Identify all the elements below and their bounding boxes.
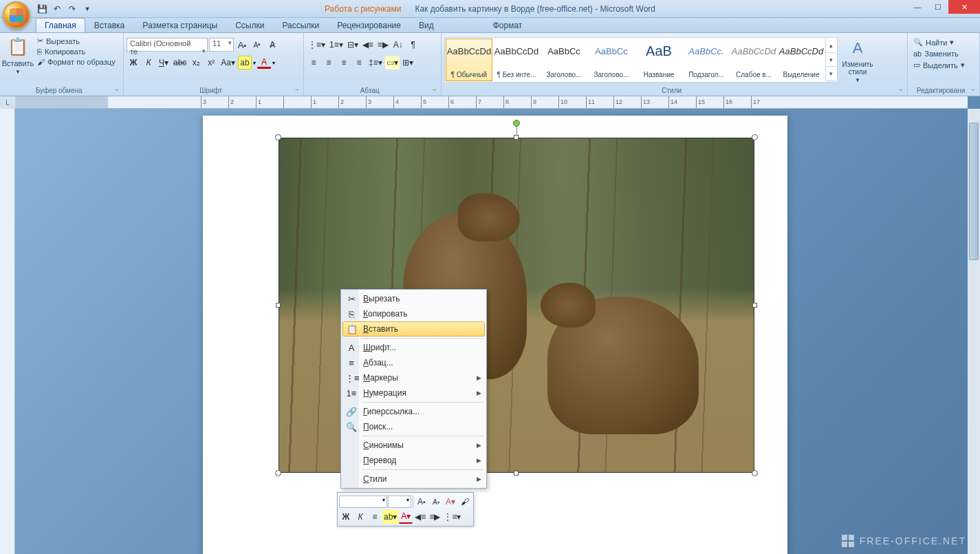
resize-handle-n[interactable] [514, 135, 519, 140]
clear-formatting-button[interactable]: A̷ [265, 38, 279, 52]
select-button[interactable]: ▭Выделить▾ [911, 60, 968, 70]
maximize-button[interactable]: ☐ [928, 0, 948, 14]
align-center-button[interactable]: ≡ [322, 56, 336, 70]
style-nav-btn[interactable]: ▾ [826, 53, 836, 67]
office-button[interactable] [3, 1, 30, 29]
ctx-item-12[interactable]: Синонимы▶ [342, 438, 485, 453]
tab-review[interactable]: Рецензирование [328, 18, 410, 32]
tab-insert[interactable]: Вставка [85, 18, 134, 32]
document-page[interactable] [203, 116, 787, 554]
mini-highlight[interactable]: ab▾ [382, 510, 398, 524]
find-button[interactable]: 🔍Найти▾ [911, 37, 968, 47]
font-name-combo[interactable]: Calibri (Основной те [127, 38, 208, 52]
ctx-item-15[interactable]: Стили▶ [342, 471, 485, 487]
mini-bullets[interactable]: ⋮≡▾ [442, 510, 462, 524]
style-item-2[interactable]: AaBbCcЗаголово... [541, 39, 587, 81]
line-spacing-button[interactable]: ‡≡▾ [367, 56, 384, 70]
change-styles-button[interactable]: A Изменить стили ▼ [839, 36, 876, 85]
ctx-item-1[interactable]: ⎘Копировать [342, 306, 485, 321]
justify-button[interactable]: ≡ [352, 56, 366, 70]
ctx-item-13[interactable]: Перевод▶ [342, 453, 485, 468]
minimize-button[interactable]: — [907, 0, 928, 14]
font-color-button[interactable]: A [257, 57, 271, 69]
close-button[interactable]: ✕ [948, 0, 980, 14]
subscript-button[interactable]: x₂ [189, 56, 203, 70]
resize-handle-se[interactable] [752, 470, 758, 476]
copy-button[interactable]: ⎘Копировать [34, 47, 118, 56]
paste-button[interactable]: 📋 Вставить ▼ [3, 34, 33, 76]
qat-dropdown-icon[interactable]: ▼ [81, 3, 94, 15]
italic-button[interactable]: К [142, 56, 155, 70]
replace-button[interactable]: abЗаменить [911, 49, 968, 58]
ctx-item-5[interactable]: ≡Абзац... [342, 355, 485, 370]
mini-decrease-indent[interactable]: ◀≡ [413, 510, 427, 524]
style-item-1[interactable]: AaBbCcDd¶ Без инте... [493, 39, 540, 81]
mini-grow-font[interactable]: A▴ [415, 495, 428, 509]
ctx-item-4[interactable]: AШрифт... [342, 340, 485, 355]
ctx-item-9[interactable]: 🔗Гиперссылка... [342, 404, 485, 419]
align-left-button[interactable]: ≡ [307, 56, 320, 70]
align-right-button[interactable]: ≡ [337, 56, 351, 70]
highlight-button[interactable]: ab [238, 56, 252, 70]
grow-font-button[interactable]: A▴ [235, 38, 249, 52]
style-item-4[interactable]: AaBНазвание [635, 39, 682, 81]
mini-font-color[interactable]: A▾ [399, 510, 413, 524]
decrease-indent-button[interactable]: ◀≡ [361, 38, 375, 52]
borders-button[interactable]: ⊞▾ [401, 56, 415, 70]
redo-icon[interactable]: ↷ [66, 3, 78, 15]
style-nav-btn[interactable]: ▾ [826, 67, 836, 81]
shading-button[interactable]: ▭▾ [385, 56, 400, 70]
tab-page-layout[interactable]: Разметка страницы [133, 18, 226, 32]
underline-button[interactable]: Ч▾ [157, 56, 171, 70]
undo-icon[interactable]: ↶ [51, 3, 63, 15]
mini-shrink-font[interactable]: A▾ [429, 495, 443, 509]
resize-handle-nw[interactable] [275, 134, 281, 140]
show-marks-button[interactable]: ¶ [406, 38, 420, 52]
resize-handle-e[interactable] [752, 303, 757, 308]
tab-mailings[interactable]: Рассылки [273, 18, 328, 32]
resize-handle-s[interactable] [514, 471, 519, 476]
rotate-handle[interactable] [513, 120, 520, 127]
tab-format[interactable]: Формат [484, 18, 532, 32]
horizontal-ruler[interactable]: 3211234567891011121314151617 [15, 96, 968, 109]
change-case-button[interactable]: Aa▾ [219, 56, 237, 70]
sort-button[interactable]: A↓ [391, 38, 405, 52]
mini-increase-indent[interactable]: ≡▶ [428, 510, 442, 524]
ctx-item-0[interactable]: ✂Вырезать [342, 291, 485, 306]
resize-handle-sw[interactable] [275, 470, 281, 476]
format-painter-button[interactable]: 🖌Формат по образцу [34, 57, 118, 67]
mini-font-combo[interactable] [339, 496, 387, 508]
vertical-scrollbar[interactable] [968, 109, 980, 554]
increase-indent-button[interactable]: ≡▶ [376, 38, 390, 52]
mini-size-combo[interactable] [388, 496, 411, 508]
style-item-6[interactable]: AaBbCcDdСлабое в... [730, 39, 777, 81]
numbering-button[interactable]: 1≡▾ [328, 38, 345, 52]
resize-handle-w[interactable] [276, 303, 281, 308]
mini-italic[interactable]: К [353, 510, 367, 524]
style-item-7[interactable]: AaBbCcDdВыделение [778, 39, 825, 81]
tab-home[interactable]: Главная [36, 18, 85, 32]
style-item-0[interactable]: AaBbCcDd¶ Обычный [446, 39, 492, 81]
ctx-item-6[interactable]: ⋮≡Маркеры▶ [342, 370, 485, 385]
mini-center[interactable]: ≡ [368, 510, 382, 524]
bullets-button[interactable]: ⋮≡▾ [307, 38, 327, 52]
tab-references[interactable]: Ссылки [226, 18, 273, 32]
vertical-ruler[interactable] [0, 109, 15, 554]
strikethrough-button[interactable]: abc [172, 56, 188, 70]
multilevel-list-button[interactable]: ⊟▾ [346, 38, 360, 52]
ruler-corner[interactable]: L [0, 96, 15, 109]
mini-bold[interactable]: Ж [339, 510, 353, 524]
superscript-button[interactable]: x² [204, 56, 218, 70]
mini-format-painter[interactable]: 🖌 [458, 495, 472, 509]
cut-button[interactable]: ✂Вырезать [34, 36, 118, 46]
bold-button[interactable]: Ж [127, 56, 140, 70]
ctx-item-10[interactable]: 🔍Поиск... [342, 419, 485, 434]
save-icon[interactable]: 💾 [36, 3, 48, 15]
ctx-item-7[interactable]: 1≡Нумерация▶ [342, 385, 485, 401]
shrink-font-button[interactable]: A▾ [250, 38, 264, 52]
style-item-5[interactable]: AaBbCc.Подзагол... [683, 39, 730, 81]
ctx-item-2[interactable]: 📋Вставить [342, 321, 485, 337]
resize-handle-ne[interactable] [752, 134, 758, 140]
tab-view[interactable]: Вид [410, 18, 443, 32]
style-item-3[interactable]: AaBbCcЗаголово... [588, 39, 635, 81]
